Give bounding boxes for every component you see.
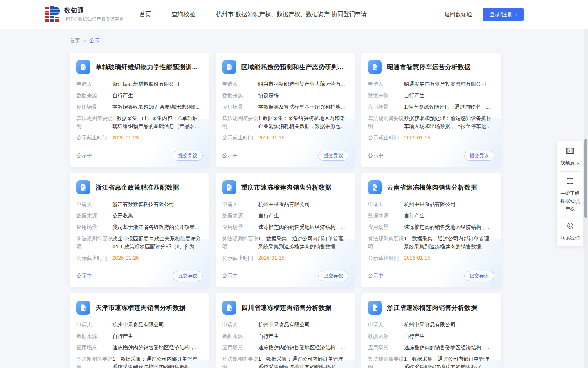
field-label-source: 数据来源 [368, 332, 404, 340]
source-value: 自行产生 [404, 332, 494, 340]
field-label-source: 数据来源 [76, 332, 112, 340]
scenario-value: 速冻榴莲肉的销售受地区经济结构，... [258, 223, 349, 231]
source-value: 自行产生 [258, 332, 349, 340]
learn-data-ip-item[interactable]: 一键了解数据知识产权 [559, 177, 581, 213]
applicant-value: 杭州中果食品有限公司 [258, 200, 349, 208]
field-label-deadline: 公示截止时间 [368, 254, 404, 262]
card-title[interactable]: 单轴玻璃纤维织物力学性能预测训... [96, 63, 198, 71]
field-label-applicant: 申请人 [222, 80, 258, 88]
publicity-card: 区域能耗趋势预测和生产态势研判... 申请人绍兴市柯桥织造印染产业大脑运营有..… [216, 53, 355, 167]
status-badge: 公示中 [76, 152, 92, 159]
card-title[interactable]: 区域能耗趋势预测和生产态势研判... [241, 63, 344, 71]
dataset-document-search-icon [76, 60, 90, 74]
field-label-source: 数据来源 [222, 332, 258, 340]
submit-objection-button[interactable]: 提交异议 [464, 151, 494, 161]
field-label-applicant: 申请人 [222, 200, 258, 208]
login-register-label: 登录/注册 [489, 11, 513, 18]
top-header: 数知通 浙江省数据知识产权登记平台 首页 查询校验 杭州市“数据知识产权、数据产… [0, 0, 588, 29]
card-title[interactable]: 四川省速冻榴莲肉销售分析数据 [241, 304, 331, 312]
applicant-value: 杭州中果食品有限公司 [404, 200, 494, 208]
card-title[interactable]: 天津市速冻榴莲肉销售分析数据 [96, 304, 186, 312]
field-label-source: 数据来源 [76, 212, 112, 220]
publicity-card: 天津市速冻榴莲肉销售分析数据 申请人杭州中果食品有限公司 数据来源自行产生 应用… [70, 293, 209, 368]
nav-item-hangzhou-joint-registration[interactable]: 杭州市“数据知识产权、数据产权、数据资产”协同登记申请 [216, 11, 367, 18]
submit-objection-button[interactable]: 提交异议 [318, 271, 348, 281]
field-label-applicant: 申请人 [368, 321, 404, 329]
learn-data-ip-label: 一键了解数据知识产权 [559, 190, 581, 213]
breadcrumb-home[interactable]: 首页 [70, 38, 80, 44]
scenario-value: 速冻榴莲肉的销售受地区经济结构，... [258, 343, 349, 351]
algorithm-value: 1、数据采集：通过公司内部订单管理系统采集到速冻榴莲肉的销售数据。2、... [112, 355, 203, 368]
scenario-value: 1.停车资源效能评估：通过周转率、... [404, 103, 494, 111]
algorithm-value: 数据获取和预处理：前端感知设备抓拍车辆入场和出场数据，上报至停车运... [404, 114, 494, 130]
brand-logo-icon [45, 6, 61, 22]
scrollbar-thumb[interactable] [584, 139, 587, 218]
field-label-scenario: 应用场景 [222, 103, 258, 111]
status-badge: 公示中 [76, 273, 92, 279]
contact-us-item[interactable]: 联系我们 [559, 222, 581, 242]
card-title[interactable]: 昭通市智慧停车运营分析数据 [387, 63, 471, 71]
open-book-icon [565, 177, 575, 186]
breadcrumb: 首页 > 公示 [70, 38, 588, 44]
scenario-value: 速冻榴莲肉的销售受地区经济结构，... [404, 223, 494, 231]
submit-objection-button[interactable]: 提交异议 [173, 271, 203, 281]
video-showcase-item[interactable]: 视频展示 [559, 146, 581, 167]
deadline-value: 2026-01-15 [404, 134, 494, 142]
publicity-card: 四川省速冻榴莲肉销售分析数据 申请人杭州中果食品有限公司 数据来源自行产生 应用… [216, 293, 355, 368]
applicant-value: 绍兴市柯桥织造印染产业大脑运营有... [258, 80, 349, 88]
card-title[interactable]: 浙江省速冻榴莲肉销售分析数据 [387, 304, 477, 312]
dataset-document-search-icon [222, 180, 236, 194]
field-label-scenario: 应用场景 [368, 103, 404, 111]
source-value: 协议获得 [258, 91, 349, 99]
field-label-deadline: 公示截止时间 [222, 134, 258, 142]
deadline-value: 2026-01-15 [404, 254, 494, 262]
scenario-value: 速冻榴莲肉的销售受地区经济结构，... [112, 343, 203, 351]
submit-objection-button[interactable]: 提交异议 [318, 151, 348, 161]
brand-title: 数知通 [64, 6, 124, 15]
submit-objection-button[interactable]: 提交异议 [464, 271, 494, 281]
source-value: 公开收集 [112, 212, 203, 220]
breadcrumb-current-publicity[interactable]: 公示 [89, 38, 100, 44]
submit-objection-button[interactable]: 提交异议 [173, 151, 203, 161]
applicant-value: 浙江振石新材料股份有限公司 [112, 80, 203, 88]
dataset-document-search-icon [76, 301, 90, 315]
field-label-applicant: 申请人 [76, 80, 112, 88]
field-label-deadline: 公示截止时间 [76, 254, 112, 262]
algorithm-value: 1、数据采集：通过公司内部订单管理系统采集到速冻榴莲肉的销售数据。2、... [404, 234, 494, 251]
field-label-scenario: 应用场景 [222, 343, 258, 351]
card-title[interactable]: 浙江省惠企政策精准匹配数据 [96, 183, 179, 192]
nav-item-query-check[interactable]: 查询校验 [172, 11, 196, 18]
applicant-value: 杭州中果食品有限公司 [112, 321, 203, 329]
scenario-value: 速冻榴莲肉的销售受地区经济结构，... [404, 343, 494, 351]
field-label-deadline: 公示截止时间 [222, 254, 258, 262]
source-value: 自行产生 [258, 212, 349, 220]
status-badge: 公示中 [368, 152, 383, 159]
card-title[interactable]: 重庆市速冻榴莲肉销售分析数据 [241, 183, 331, 192]
field-label-applicant: 申请人 [222, 321, 258, 329]
field-label-scenario: 应用场景 [368, 223, 404, 231]
back-to-shuzhitong-link[interactable]: 返回数知通 [444, 11, 472, 18]
field-label-algorithm: 算法规则简要说明 [76, 234, 112, 251]
source-value: 自行产生 [404, 212, 494, 220]
login-register-button[interactable]: 登录/注册 › [483, 8, 524, 21]
field-label-source: 数据来源 [368, 91, 404, 99]
video-showcase-label: 视频展示 [559, 159, 581, 167]
source-value: 自行产生 [404, 91, 494, 99]
card-title[interactable]: 云南省速冻榴莲肉销售分析数据 [387, 183, 477, 192]
field-label-scenario: 应用场景 [222, 223, 258, 231]
deadline-value: 2026-01-15 [258, 254, 349, 262]
publicity-card: 浙江省惠企政策精准匹配数据 申请人浙江有数数智科技有限公司 数据来源公开收集 应… [70, 173, 209, 287]
brand[interactable]: 数知通 浙江省数据知识产权登记平台 [45, 6, 124, 22]
main-nav: 首页 查询校验 杭州市“数据知识产权、数据产权、数据资产”协同登记申请 [140, 11, 367, 18]
dataset-document-search-icon [368, 60, 382, 74]
deadline-value: 2026-01-15 [258, 134, 349, 142]
field-label-scenario: 应用场景 [368, 343, 404, 351]
nav-item-home[interactable]: 首页 [140, 11, 151, 18]
field-label-algorithm: 算法规则简要说明 [76, 114, 112, 130]
dataset-document-search-icon [368, 301, 382, 315]
publicity-cards-grid: 单轴玻璃纤维织物力学性能预测训... 申请人浙江振石新材料股份有限公司 数据来源… [70, 53, 501, 368]
status-badge: 公示中 [368, 273, 383, 279]
field-label-algorithm: 算法规则简要说明 [222, 114, 258, 130]
applicant-value: 杭州中果食品有限公司 [258, 321, 349, 329]
source-value: 自行产生 [112, 91, 203, 99]
